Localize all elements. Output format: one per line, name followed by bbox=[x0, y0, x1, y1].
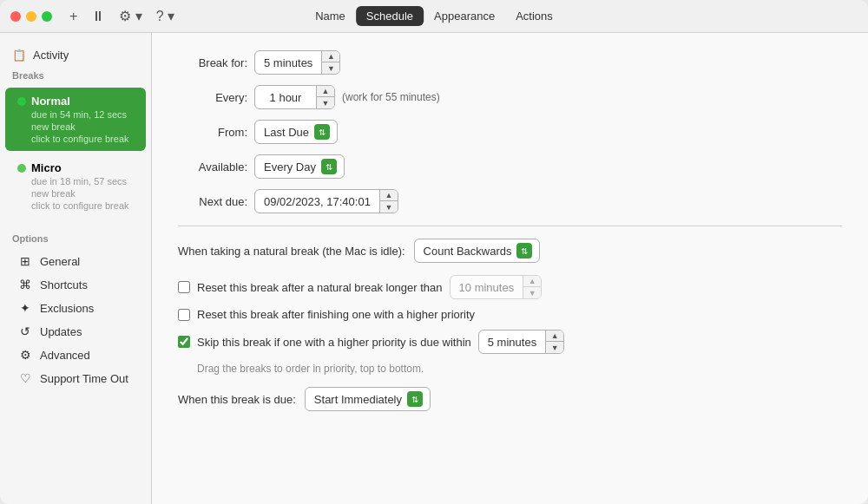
available-value: Every Day bbox=[264, 160, 316, 173]
break-detail-micro-line1: due in 18 min, 57 secs bbox=[17, 176, 134, 187]
nav-shortcuts[interactable]: ⌘ Shortcuts bbox=[5, 273, 146, 296]
sidebar-item-activity[interactable]: 📋 Activity bbox=[0, 43, 151, 67]
drag-hint: Drag the breaks to order in priority, to… bbox=[178, 363, 842, 375]
tab-appearance[interactable]: Appearance bbox=[424, 6, 505, 26]
next-due-increment[interactable]: ▲ bbox=[380, 190, 398, 201]
updates-icon: ↺ bbox=[17, 324, 33, 338]
available-dropdown[interactable]: Every Day ⇅ bbox=[254, 154, 345, 179]
reset-natural-stepper-btns: ▲ ▼ bbox=[523, 276, 541, 298]
natural-break-row: When taking a natural break (the Mac is … bbox=[178, 239, 842, 263]
when-due-dropdown[interactable]: Start Immediately ⇅ bbox=[305, 387, 431, 411]
close-button[interactable] bbox=[10, 11, 21, 22]
break-for-row: Break for: 5 minutes ▲ ▼ bbox=[178, 50, 842, 75]
nav-exclusions[interactable]: ✦ Exclusions bbox=[5, 297, 146, 319]
every-decrement[interactable]: ▼ bbox=[317, 97, 334, 108]
break-for-value: 5 minutes bbox=[255, 53, 321, 73]
nav-advanced[interactable]: ⚙ Advanced bbox=[5, 344, 146, 366]
reset-priority-row: Reset this break after finishing one wit… bbox=[178, 308, 842, 321]
natural-break-label: When taking a natural break (the Mac is … bbox=[178, 245, 405, 258]
content-panel: Break for: 5 minutes ▲ ▼ Every: 1 hour ▲… bbox=[152, 33, 868, 504]
break-name-micro: Micro bbox=[17, 161, 134, 174]
breaks-section-header: Breaks bbox=[0, 67, 151, 86]
available-dropdown-arrow: ⇅ bbox=[321, 159, 337, 174]
from-dropdown[interactable]: Last Due ⇅ bbox=[254, 120, 338, 144]
every-label: Every: bbox=[178, 91, 247, 104]
break-for-stepper-btns: ▲ ▼ bbox=[321, 51, 339, 74]
nav-general[interactable]: ⊞ General bbox=[5, 250, 146, 272]
break-dot-normal bbox=[17, 97, 26, 106]
break-detail-normal-line1: due in 54 min, 12 secs bbox=[17, 109, 134, 120]
every-value: 1 hour bbox=[255, 88, 316, 108]
reset-natural-checkbox[interactable] bbox=[178, 281, 190, 293]
reset-natural-stepper[interactable]: 10 minutes ▲ ▼ bbox=[450, 275, 542, 299]
minimize-button[interactable] bbox=[26, 11, 36, 22]
next-due-stepper[interactable]: 09/02/2023, 17:40:01 ▲ ▼ bbox=[254, 189, 398, 213]
break-name-normal: Normal bbox=[17, 95, 134, 108]
next-due-decrement[interactable]: ▼ bbox=[380, 201, 398, 213]
reset-natural-row: Reset this break after a natural break l… bbox=[178, 275, 842, 299]
tab-name[interactable]: Name bbox=[305, 6, 356, 26]
reset-priority-label: Reset this break after finishing one wit… bbox=[197, 308, 475, 321]
skip-increment[interactable]: ▲ bbox=[546, 331, 563, 342]
toolbar-actions: + ⏸︎ ⚙ ▾ ? ▾ bbox=[66, 6, 178, 26]
break-for-increment[interactable]: ▲ bbox=[322, 51, 339, 62]
sidebar: 📋 Activity Breaks Normal due in 54 min, … bbox=[0, 33, 152, 504]
available-label: Available: bbox=[178, 160, 247, 173]
next-due-row: Next due: 09/02/2023, 17:40:01 ▲ ▼ bbox=[178, 189, 842, 213]
nav-updates[interactable]: ↺ Updates bbox=[5, 320, 146, 343]
reset-natural-value: 10 minutes bbox=[450, 278, 523, 298]
from-dropdown-arrow: ⇅ bbox=[314, 124, 330, 140]
skip-stepper[interactable]: 5 minutes ▲ ▼ bbox=[478, 330, 564, 354]
options-section-header: Options bbox=[0, 230, 151, 249]
break-for-stepper[interactable]: 5 minutes ▲ ▼ bbox=[254, 50, 340, 75]
pause-button[interactable]: ⏸︎ bbox=[88, 7, 108, 26]
general-icon: ⊞ bbox=[17, 254, 33, 268]
skip-label: Skip this break if one with a higher pri… bbox=[197, 336, 471, 349]
natural-break-dropdown[interactable]: Count Backwards ⇅ bbox=[414, 239, 541, 263]
options-section: Options ⊞ General ⌘ Shortcuts ✦ Exclusio… bbox=[0, 230, 151, 390]
maximize-button[interactable] bbox=[42, 11, 52, 22]
skip-decrement[interactable]: ▼ bbox=[546, 342, 563, 353]
help-button[interactable]: ? ▾ bbox=[153, 6, 178, 26]
advanced-icon: ⚙ bbox=[17, 348, 33, 362]
break-detail-normal-line2: new break bbox=[17, 121, 134, 132]
available-row: Available: Every Day ⇅ bbox=[178, 154, 842, 179]
break-dot-micro bbox=[17, 164, 26, 173]
break-detail-normal-line3: click to configure break bbox=[17, 134, 134, 144]
skip-value: 5 minutes bbox=[479, 332, 545, 352]
when-due-row: When this break is due: Start Immediatel… bbox=[178, 387, 842, 411]
section-divider-1 bbox=[178, 226, 842, 226]
break-for-decrement[interactable]: ▼ bbox=[322, 62, 339, 74]
next-due-value: 09/02/2023, 17:40:01 bbox=[255, 192, 379, 212]
reset-natural-increment[interactable]: ▲ bbox=[523, 276, 541, 287]
reset-natural-decrement[interactable]: ▼ bbox=[523, 287, 541, 298]
break-item-normal[interactable]: Normal due in 54 min, 12 secs new break … bbox=[5, 88, 146, 151]
next-due-stepper-btns: ▲ ▼ bbox=[379, 190, 398, 213]
settings-button[interactable]: ⚙ ▾ bbox=[115, 6, 145, 26]
every-stepper-btns: ▲ ▼ bbox=[316, 86, 334, 108]
activity-icon: 📋 bbox=[12, 49, 26, 62]
every-increment[interactable]: ▲ bbox=[317, 86, 334, 97]
nav-support[interactable]: ♡ Support Time Out bbox=[5, 367, 146, 389]
tab-schedule[interactable]: Schedule bbox=[356, 6, 424, 26]
natural-break-value: Count Backwards bbox=[424, 245, 512, 258]
reset-priority-checkbox[interactable] bbox=[178, 309, 190, 321]
break-item-micro[interactable]: Micro due in 18 min, 57 secs new break c… bbox=[5, 154, 146, 218]
from-label: From: bbox=[178, 126, 247, 139]
skip-checkbox[interactable] bbox=[178, 336, 190, 348]
next-due-label: Next due: bbox=[178, 195, 247, 208]
from-value: Last Due bbox=[264, 126, 309, 139]
when-due-dropdown-arrow: ⇅ bbox=[407, 391, 423, 407]
every-row: Every: 1 hour ▲ ▼ (work for 55 minutes) bbox=[178, 85, 842, 109]
activity-label: Activity bbox=[33, 49, 69, 62]
when-due-label: When this break is due: bbox=[178, 393, 296, 406]
traffic-lights bbox=[10, 11, 52, 22]
support-icon: ♡ bbox=[17, 371, 33, 385]
tab-actions[interactable]: Actions bbox=[505, 6, 563, 26]
every-stepper[interactable]: 1 hour ▲ ▼ bbox=[254, 85, 335, 109]
add-button[interactable]: + bbox=[66, 7, 81, 26]
natural-break-dropdown-arrow: ⇅ bbox=[516, 243, 532, 259]
skip-stepper-btns: ▲ ▼ bbox=[545, 331, 563, 353]
main-layout: 📋 Activity Breaks Normal due in 54 min, … bbox=[0, 33, 868, 504]
every-helper: (work for 55 minutes) bbox=[342, 91, 440, 103]
